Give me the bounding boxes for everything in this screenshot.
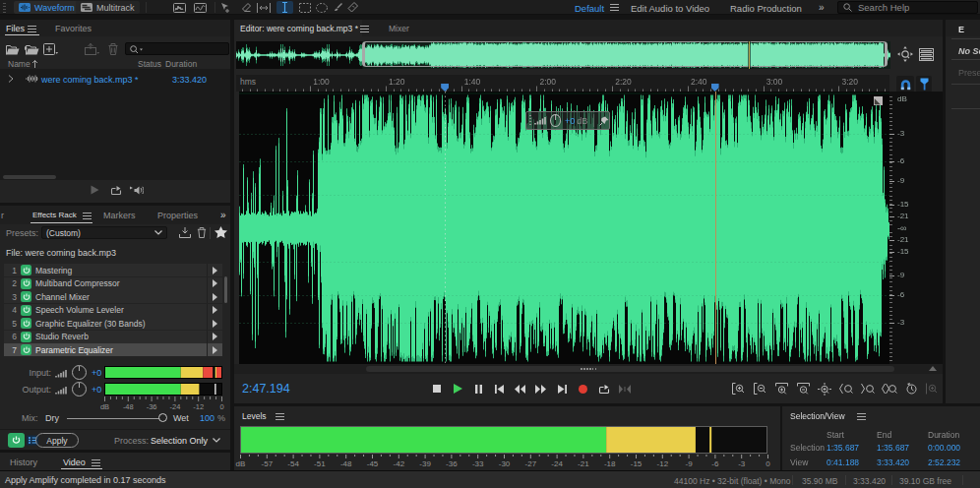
view-duration-value[interactable]: 2:52.232	[928, 458, 960, 467]
rewind-button[interactable]	[512, 382, 527, 396]
effect-power-button[interactable]	[21, 291, 31, 302]
effect-slot-row[interactable]: 5Graphic Equalizer (30 Bands)	[4, 317, 222, 330]
file-name[interactable]: were coming back.mp3 *	[41, 75, 139, 85]
save-preset-icon[interactable]	[179, 227, 191, 238]
hud-gain-value[interactable]: +0	[565, 116, 575, 126]
effects-tab-overflow[interactable]: »	[220, 210, 226, 220]
file-row[interactable]: were coming back.mp3 * 3:33.420	[0, 72, 230, 86]
zoom-out-button[interactable]	[751, 382, 768, 396]
effect-slot-name[interactable]: Graphic Equalizer (30 Bands)	[31, 319, 207, 329]
mix-value[interactable]: 100	[193, 413, 214, 423]
amplitude-ruler[interactable]: dB-3-3-6-6-9-9-15-15-21-21-∞	[889, 92, 943, 364]
effect-slot-arrow[interactable]	[207, 277, 222, 290]
levels-menu-icon[interactable]	[276, 413, 284, 420]
effect-slot-row[interactable]: 2Multiband Compressor	[4, 277, 222, 290]
effect-slot-arrow[interactable]	[207, 317, 222, 330]
view-end-value[interactable]: 3:33.420	[877, 458, 909, 467]
razor-tool[interactable]	[238, 1, 255, 14]
tab-essential-sound[interactable]: E	[958, 25, 964, 34]
files-search-box[interactable]	[125, 42, 229, 55]
marquee-tool[interactable]	[296, 1, 313, 14]
record-button[interactable]	[575, 382, 590, 396]
selview-menu-icon[interactable]	[857, 413, 866, 420]
files-col-duration[interactable]: Duration	[165, 59, 197, 69]
hud-gain-box[interactable]: +0 dB	[525, 111, 610, 130]
workspace-default[interactable]: Default	[575, 3, 604, 14]
effect-slot-arrow[interactable]	[207, 304, 222, 317]
tab-mixer[interactable]: Mixer	[389, 24, 409, 33]
vscroll-up-icon[interactable]	[929, 366, 937, 371]
process-caret-icon[interactable]	[213, 438, 220, 443]
files-loop-icon[interactable]	[110, 185, 122, 196]
overview-strip[interactable]	[236, 41, 890, 69]
delete-preset-icon[interactable]	[197, 227, 207, 238]
stop-button[interactable]	[429, 382, 445, 396]
tab-files[interactable]: Files	[6, 24, 25, 33]
files-col-name[interactable]: Name	[8, 59, 31, 69]
selview-title[interactable]: Selection/View	[790, 411, 845, 421]
editor-hscroll-handle[interactable]	[366, 366, 894, 372]
ibeam-tool-selected[interactable]	[276, 1, 293, 14]
tab-video[interactable]: Video	[63, 458, 86, 467]
workspace-menu-icon[interactable]	[610, 4, 619, 11]
effect-power-button[interactable]	[21, 305, 31, 316]
tab-properties[interactable]: Properties	[157, 211, 198, 220]
waveform-display[interactable]	[239, 92, 889, 364]
tab-history[interactable]: History	[10, 458, 37, 467]
mix-slider-track[interactable]	[67, 418, 161, 420]
zoom-in-button[interactable]	[729, 382, 747, 396]
effect-slot-name[interactable]: Parametric Equalizer	[31, 345, 207, 355]
effect-slot-row[interactable]: 6Studio Reverb	[4, 331, 222, 343]
effect-power-button[interactable]	[21, 344, 31, 355]
expand-chevron-icon[interactable]	[8, 75, 14, 83]
editor-panel-menu-icon[interactable]	[360, 26, 369, 32]
selection-end-value[interactable]: 1:35.687	[877, 443, 909, 453]
levels-meter[interactable]	[240, 426, 767, 454]
waveform-corner-handle[interactable]	[874, 96, 883, 105]
overview-navigate-icon[interactable]	[897, 46, 913, 62]
zoom-selection-button[interactable]	[881, 382, 898, 396]
effect-slot-row[interactable]: 1Mastering	[4, 264, 222, 276]
video-panel-menu-icon[interactable]	[92, 459, 100, 466]
view-start-value[interactable]: 0:41.188	[827, 458, 859, 467]
lasso-tool[interactable]	[313, 1, 330, 14]
zoom-reset-button[interactable]	[902, 382, 920, 396]
effect-slot-name[interactable]: Mastering	[31, 266, 207, 275]
files-hscroll-handle[interactable]	[3, 175, 56, 179]
zoom-sel-left-button[interactable]	[837, 382, 855, 396]
editor-hscrollbar[interactable]	[234, 364, 943, 374]
files-hscrollbar[interactable]	[0, 173, 230, 180]
pause-button[interactable]	[470, 382, 486, 396]
time-display[interactable]: 2:47.194	[242, 382, 290, 396]
open-file-icon[interactable]	[6, 44, 20, 55]
zoom-full-button[interactable]	[816, 382, 833, 396]
apply-button[interactable]: Apply	[35, 433, 79, 448]
effect-slot-row[interactable]: 4Speech Volume Leveler	[4, 304, 222, 317]
files-play-icon[interactable]	[91, 185, 99, 195]
levels-title[interactable]: Levels	[242, 411, 267, 421]
tab-markers[interactable]: Markers	[103, 211, 136, 220]
effect-power-button[interactable]	[21, 332, 31, 342]
effect-slot-arrow[interactable]	[207, 343, 222, 356]
effects-panel-menu-icon[interactable]	[83, 213, 92, 219]
files-autoplay-icon[interactable]	[130, 185, 144, 196]
effects-scrollbar-handle[interactable]	[224, 276, 227, 303]
effects-power-toggle[interactable]	[8, 433, 25, 448]
play-button[interactable]	[450, 382, 465, 396]
import-file-icon[interactable]	[25, 44, 39, 55]
editor-tab-label[interactable]: Editor: were coming back.mp3 *	[240, 24, 358, 33]
loop-playback-button[interactable]	[596, 382, 612, 396]
overview-list-icon[interactable]	[919, 48, 934, 61]
output-gain-knob[interactable]	[72, 382, 87, 396]
selection-duration-value[interactable]: 0:00.000	[928, 443, 960, 453]
effect-slot-row[interactable]: 3Channel Mixer	[4, 290, 222, 303]
zoom-amplitude-in-button[interactable]	[772, 382, 790, 396]
move-tool[interactable]	[216, 1, 233, 14]
skip-end-button[interactable]	[554, 382, 570, 396]
multitrack-view-button[interactable]: Multitrack	[76, 1, 140, 14]
waveform-view-button[interactable]: Waveform	[14, 1, 80, 14]
effect-power-button[interactable]	[21, 278, 31, 289]
skip-start-button[interactable]	[491, 382, 507, 396]
workspace-edit-audio[interactable]: Edit Audio to Video	[631, 3, 709, 14]
workspace-radio[interactable]: Radio Production	[730, 3, 802, 14]
